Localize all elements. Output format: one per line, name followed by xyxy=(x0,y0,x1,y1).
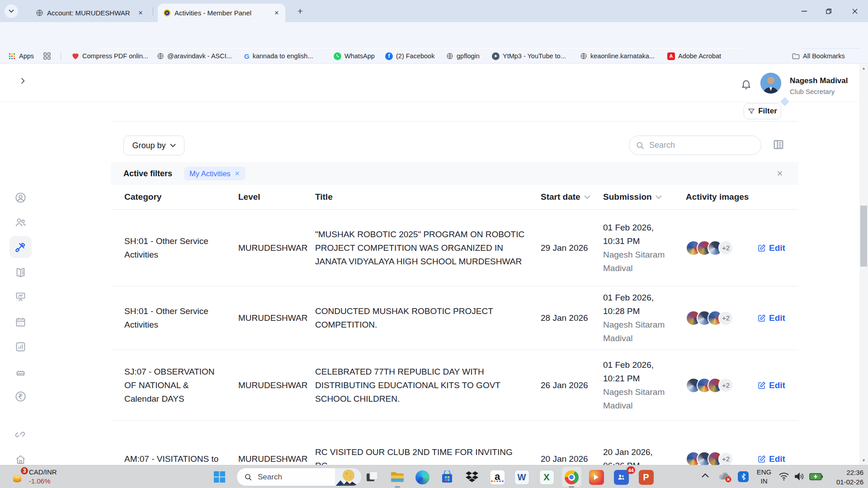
cell-submission: 01 Feb 2026, 10:28 PM Nagesh Sitaram Mad… xyxy=(603,291,686,345)
sidebar-item-profile[interactable] xyxy=(14,192,27,204)
bluetooth-icon[interactable] xyxy=(738,471,749,482)
sidebar-item-home[interactable] xyxy=(14,453,27,465)
window-maximize-button[interactable] xyxy=(818,0,839,22)
column-header-category[interactable]: Category xyxy=(124,192,238,202)
sidebar-item-links[interactable] xyxy=(14,428,27,440)
table-row[interactable]: SH:01 - Other Service Activities MURUDES… xyxy=(111,210,798,286)
wifi-icon[interactable] xyxy=(778,472,789,481)
widget-pair-label[interactable]: CAD/INR xyxy=(29,468,57,476)
all-bookmarks-button[interactable]: All Bookmarks xyxy=(792,49,845,63)
tab-title: Activities - Member Panel xyxy=(175,9,269,17)
bookmark-item[interactable]: keaonline.karnataka... xyxy=(580,49,655,63)
search-input[interactable] xyxy=(649,141,740,150)
task-view-icon[interactable] xyxy=(363,469,381,486)
sidebar-expand-icon[interactable] xyxy=(18,76,27,85)
media-app-icon[interactable] xyxy=(588,469,605,486)
sidebar-item-directory[interactable] xyxy=(14,267,27,279)
bookmark-item[interactable]: A Adobe Acrobat xyxy=(667,49,721,63)
powerpoint-icon[interactable]: P xyxy=(637,469,655,486)
cell-activity-images[interactable]: +2 xyxy=(686,378,758,393)
table-row[interactable]: SH:01 - Other Service Activities MURUDES… xyxy=(111,286,798,350)
cell-activity-images[interactable]: +2 xyxy=(686,451,758,465)
word-icon[interactable]: W xyxy=(513,469,530,486)
clock[interactable]: 22:36 01-02-26 xyxy=(832,468,863,487)
bookmark-item[interactable]: Compress PDF onlin... xyxy=(71,49,148,63)
table-row[interactable]: AM:07 - VISITATIONS to MURUDESHWAR RC VI… xyxy=(111,421,798,465)
sidebar-item-reports[interactable] xyxy=(14,291,27,303)
tab-close-icon[interactable]: ✕ xyxy=(137,9,145,17)
sort-chevron-icon xyxy=(584,195,590,199)
sidebar-item-calendar[interactable] xyxy=(14,316,27,328)
tray-time: 22:36 xyxy=(832,468,863,477)
bookmark-apps[interactable]: Apps xyxy=(8,49,34,63)
bookmark-item[interactable]: gpflogin xyxy=(446,49,480,63)
sidebar-item-members[interactable] xyxy=(14,216,27,229)
edit-button[interactable]: Edit xyxy=(758,241,798,255)
tab-close-icon[interactable]: ✕ xyxy=(273,9,281,17)
search-highlight-moon-image[interactable] xyxy=(335,468,361,486)
tray-expand-icon[interactable] xyxy=(702,473,709,478)
cell-activity-images[interactable]: +2 xyxy=(686,240,758,256)
page-scrollbar[interactable]: ▲ ▼ xyxy=(859,64,868,465)
sidebar-item-dues[interactable] xyxy=(14,390,27,403)
edge-icon[interactable] xyxy=(414,469,431,486)
tab-search-button[interactable] xyxy=(5,5,18,18)
new-tab-button[interactable]: + xyxy=(294,5,307,18)
cell-activity-images[interactable]: +2 xyxy=(686,310,758,326)
language-indicator[interactable]: ENG IN xyxy=(754,468,774,486)
sidebar-item-birthdays[interactable] xyxy=(14,366,27,378)
scrollbar-thumb[interactable] xyxy=(860,206,867,267)
edit-button[interactable]: Edit xyxy=(758,379,798,392)
edit-button[interactable]: Edit xyxy=(758,311,798,325)
more-images-badge[interactable]: +2 xyxy=(718,452,733,465)
column-header-start-date[interactable]: Start date xyxy=(541,192,603,202)
window-minimize-button[interactable] xyxy=(794,0,815,22)
cell-level: MURUDESHWAR xyxy=(238,379,315,392)
dropbox-icon[interactable] xyxy=(463,469,481,486)
sidebar-item-activities[interactable] xyxy=(14,241,27,253)
onedrive-sync-error-icon[interactable] xyxy=(718,471,732,483)
edit-button[interactable]: Edit xyxy=(758,452,798,465)
chip-close-icon[interactable]: ✕ xyxy=(235,170,240,177)
reading-list-icon[interactable] xyxy=(43,49,51,63)
bookmark-item[interactable]: YtMp3 - YouTube to... xyxy=(492,49,566,63)
cell-submission: 20 Jan 2026, 06:36 PM xyxy=(603,446,686,465)
clear-filters-close-icon[interactable]: ✕ xyxy=(777,169,783,178)
group-by-button[interactable]: Group by xyxy=(123,136,184,155)
more-images-badge[interactable]: +2 xyxy=(718,240,733,255)
column-header-submission[interactable]: Submission xyxy=(603,192,686,202)
start-button[interactable] xyxy=(213,471,226,483)
scroll-up-icon[interactable]: ▲ xyxy=(859,66,868,70)
filter-chip-my-activities[interactable]: My Activities ✕ xyxy=(184,167,245,180)
notifications-bell-icon[interactable] xyxy=(741,79,752,90)
file-explorer-icon[interactable] xyxy=(389,469,406,486)
column-header-level[interactable]: Level xyxy=(238,192,315,202)
table-search[interactable] xyxy=(629,136,761,155)
column-header-title[interactable]: Title xyxy=(315,192,541,202)
window-close-button[interactable] xyxy=(844,0,865,22)
browser-tab-account[interactable]: Account: MURUDESHWAR ✕ xyxy=(30,4,149,22)
more-images-badge[interactable]: +2 xyxy=(718,311,733,326)
group-by-label: Group by xyxy=(132,141,165,150)
bookmark-item[interactable]: G kannada to english... xyxy=(244,49,313,63)
taskbar-search-input[interactable] xyxy=(258,473,321,482)
user-avatar[interactable] xyxy=(760,73,781,94)
bookmark-item[interactable]: @aravindavk - ASCI... xyxy=(156,49,232,63)
heart-icon xyxy=(71,52,79,60)
filter-button[interactable]: Filter xyxy=(744,103,781,119)
browser-tab-activities[interactable]: Activities - Member Panel ✕ xyxy=(158,4,285,22)
bookmark-item[interactable]: f (2) Facebook xyxy=(385,49,434,63)
scroll-down-icon[interactable]: ▼ xyxy=(859,458,868,463)
volume-icon[interactable] xyxy=(794,472,804,481)
amazon-icon[interactable]: a xyxy=(489,469,506,486)
chrome-icon[interactable] xyxy=(563,469,580,486)
battery-icon[interactable] xyxy=(809,473,823,480)
bookmark-item[interactable]: WhatsApp xyxy=(334,49,375,63)
table-row[interactable]: SJ:07 - OBSERVATION OF NATIONAL & Calend… xyxy=(111,350,798,421)
taskbar-search[interactable] xyxy=(236,468,362,486)
excel-icon[interactable]: X xyxy=(538,469,555,486)
more-images-badge[interactable]: +2 xyxy=(718,378,733,393)
microsoft-store-icon[interactable] xyxy=(439,469,456,486)
column-settings-icon[interactable] xyxy=(772,138,786,152)
sidebar-item-statistics[interactable] xyxy=(14,341,27,353)
